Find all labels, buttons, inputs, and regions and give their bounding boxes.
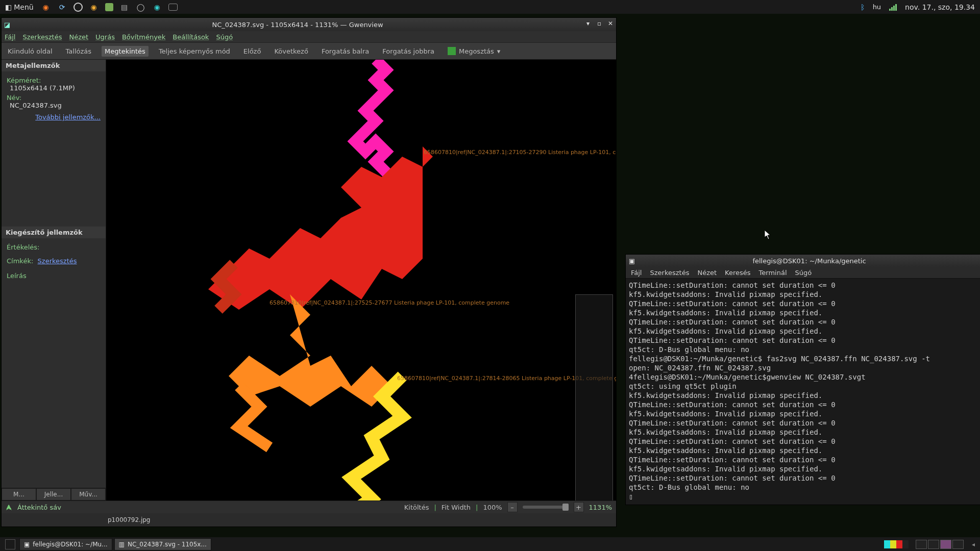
toolbar-browse[interactable]: Tallózás <box>63 46 95 57</box>
terminal-icon: ▣ <box>626 257 638 265</box>
zoom-slider[interactable] <box>523 506 569 509</box>
statusbar: ⮝ Áttekintő sáv Kitöltés | Fit Width | 1… <box>2 500 616 513</box>
menu-help[interactable]: Súgó <box>216 33 233 41</box>
record-icon[interactable] <box>74 3 83 12</box>
thumbnail-strip[interactable]: p1000792.jpg <box>2 513 616 527</box>
term-menu-help[interactable]: Súgó <box>795 269 812 277</box>
image-annotation-b: 658607810|ref|NC_024387.1|:27525-27677 L… <box>270 299 509 306</box>
thumbstrip-toggle-icon[interactable]: ⮝ <box>6 504 12 511</box>
gwenview-window: ◪ NC_024387.svg - 1105x6414 - 1131% — Gw… <box>1 17 617 527</box>
window-titlebar[interactable]: ◪ NC_024387.svg - 1105x6414 - 1131% — Gw… <box>2 18 616 31</box>
close-button[interactable]: ✕ <box>606 20 615 29</box>
sidebar-tab-info[interactable]: Jelle... <box>36 488 71 500</box>
extra-tags-edit[interactable]: Szerkesztés <box>38 257 77 265</box>
tray-expand-icon[interactable]: ◂ <box>972 541 975 548</box>
sidebar-meta-body: Képméret: 1105x6414 (7.1MP) Név: NC_0243… <box>2 71 106 124</box>
terminal-titlebar[interactable]: ▣ fellegis@DSK01: ~/Munka/genetic <box>626 255 980 267</box>
menu-file[interactable]: Fájl <box>5 33 15 41</box>
terminal-window: ▣ fellegis@DSK01: ~/Munka/genetic Fájl S… <box>625 254 980 505</box>
circle-icon[interactable]: ◯ <box>136 2 146 12</box>
calc-icon[interactable] <box>105 3 113 11</box>
chevron-down-icon: ▾ <box>497 47 501 55</box>
taskbar: ▣ fellegis@DSK01: ~/Mu... ▥ NC_024387.sv… <box>0 537 980 551</box>
sidebar-meta-header: Metajellemzők <box>2 60 106 71</box>
menu-settings[interactable]: Beállítások <box>173 33 209 41</box>
menu-plugins[interactable]: Bővítmények <box>122 33 165 41</box>
meta-size-label: Képméret: <box>7 77 101 84</box>
menu-label: Menü <box>14 3 33 11</box>
top-panel: ◧ Menü ◉ ⟳ ◉ ▤ ◯ ◉ ᛒ hu nov. 17., szo, 1… <box>0 0 980 14</box>
extra-rating-label: Értékelés: <box>7 243 101 251</box>
thumbstrip-label[interactable]: Áttekintő sáv <box>17 504 61 511</box>
extra-desc-label: Leírás <box>7 272 101 280</box>
menubar: Fájl Szerkesztés Nézet Ugrás Bővítmények… <box>2 31 616 43</box>
firefox-icon[interactable]: ◉ <box>41 2 51 12</box>
maximize-button[interactable]: ▫ <box>595 20 604 29</box>
show-desktop-button[interactable] <box>5 539 15 549</box>
status-fit-width[interactable]: Fit Width <box>442 504 471 511</box>
mouse-cursor <box>765 230 772 240</box>
toolbar-start[interactable]: Kiinduló oldal <box>5 46 56 57</box>
clock[interactable]: nov. 17., szo, 19.34 <box>905 3 975 11</box>
app-icon: ◪ <box>2 21 13 29</box>
window-icon[interactable] <box>168 4 178 11</box>
keyboard-layout[interactable]: hu <box>873 3 881 11</box>
toolbar-share[interactable]: Megosztás ▾ <box>445 45 503 57</box>
meta-more-link[interactable]: További jellemzők... <box>35 113 101 121</box>
toolbar-view[interactable]: Megtekintés <box>102 46 149 57</box>
term-menu-search[interactable]: Keresés <box>725 269 750 277</box>
term-menu-file[interactable]: Fájl <box>631 269 642 277</box>
reload-icon[interactable]: ⟳ <box>57 2 67 12</box>
term-menu-terminal[interactable]: Terminál <box>759 269 787 277</box>
meta-name-value: NC_024387.svg <box>7 102 101 109</box>
image-annotation-a: 658607810|ref|NC_024387.1|:27105-27290 L… <box>424 149 616 156</box>
zoom-in-button[interactable]: + <box>574 502 584 512</box>
status-fill[interactable]: Kitöltés <box>404 504 429 511</box>
zoom-out-button[interactable]: – <box>507 502 518 512</box>
sidebar-tab-folders[interactable]: M... <box>2 488 36 500</box>
globe-icon[interactable]: ◉ <box>152 2 162 12</box>
toolbar-prev[interactable]: Előző <box>240 46 264 57</box>
chat-icon[interactable]: ◉ <box>89 2 99 12</box>
workspace-pager[interactable] <box>916 540 964 549</box>
term-menu-edit[interactable]: Szerkesztés <box>650 269 689 277</box>
toolbar-rotate-left[interactable]: Forgatás balra <box>318 46 372 57</box>
toolbar: Kiinduló oldal Tallózás Megtekintés Telj… <box>2 43 616 60</box>
terminal-title: fellegis@DSK01: ~/Munka/genetic <box>638 257 980 265</box>
menu-go[interactable]: Ugrás <box>95 33 115 41</box>
meta-name-label: Név: <box>7 94 101 102</box>
extra-tags-label: Címkék: Szerkesztés <box>7 257 101 265</box>
app-menu-button[interactable]: ◧ Menü <box>0 0 39 14</box>
sidebar-extra-body: Értékelés: Címkék: Szerkesztés Leírás <box>2 238 106 283</box>
menu-view[interactable]: Nézet <box>69 33 88 41</box>
menu-edit[interactable]: Szerkesztés <box>22 33 62 41</box>
toolbar-next[interactable]: Következő <box>271 46 311 57</box>
network-icon[interactable] <box>889 4 897 11</box>
image-viewport[interactable]: 658607810|ref|NC_024387.1|:27105-27290 L… <box>106 60 616 500</box>
svg-image <box>106 60 616 500</box>
task-label: NC_024387.svg - 1105x... <box>128 541 207 548</box>
taskbar-color-swatches[interactable] <box>884 540 909 548</box>
window-title: NC_024387.svg - 1105x6414 - 1131% — Gwen… <box>13 21 582 29</box>
share-icon <box>448 47 456 55</box>
menu-icon: ◧ <box>5 3 12 11</box>
status-100pct[interactable]: 100% <box>483 504 502 511</box>
panel-tray-right: ᛒ hu nov. 17., szo, 19.34 <box>861 3 980 11</box>
toolbar-share-label: Megosztás <box>459 47 494 55</box>
taskbar-task-terminal[interactable]: ▣ fellegis@DSK01: ~/Mu... <box>19 538 112 550</box>
toolbar-rotate-right[interactable]: Forgatás jobbra <box>379 46 437 57</box>
sidebar-tab-ops[interactable]: Műv... <box>71 488 106 500</box>
terminal-output[interactable]: QTimeLine::setDuration: cannot set durat… <box>626 279 980 505</box>
sidebar-tabs: M... Jelle... Műv... <box>2 488 106 500</box>
term-menu-view[interactable]: Nézet <box>697 269 717 277</box>
sidebar-extra-header: Kiegészítő jellemzők <box>2 227 106 238</box>
files-icon[interactable]: ▤ <box>119 2 130 12</box>
taskbar-task-gwenview[interactable]: ▥ NC_024387.svg - 1105x... <box>114 538 211 550</box>
toolbar-fullscreen[interactable]: Teljes képernyős mód <box>156 46 233 57</box>
meta-size-value: 1105x6414 (7.1MP) <box>7 84 101 92</box>
bluetooth-icon[interactable]: ᛒ <box>861 3 865 11</box>
minimize-button[interactable]: ▾ <box>583 20 593 29</box>
minimap[interactable] <box>575 294 613 500</box>
terminal-icon: ▣ <box>24 541 30 548</box>
terminal-menubar: Fájl Szerkesztés Nézet Keresés Terminál … <box>626 267 980 279</box>
